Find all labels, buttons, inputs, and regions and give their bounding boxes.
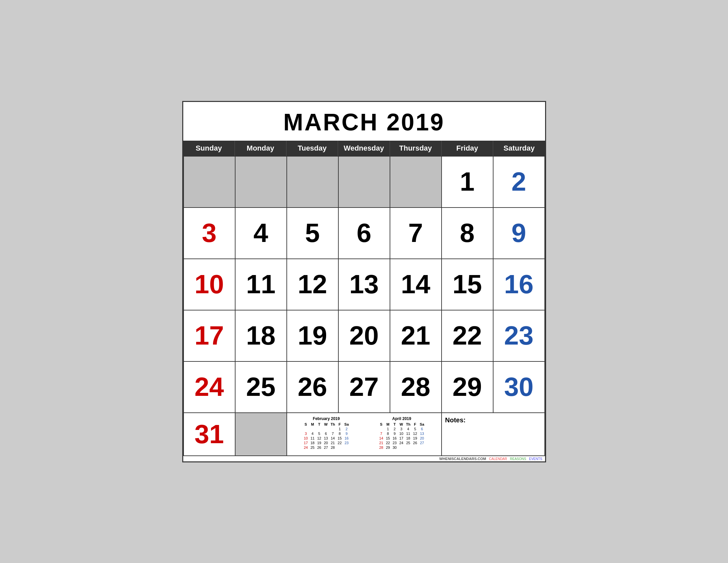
- mini-apr-h-s: S: [378, 422, 384, 427]
- cell-9: 9: [493, 208, 545, 259]
- day-7: 7: [408, 220, 423, 246]
- mini-apr-h-f: F: [412, 422, 418, 427]
- day-28: 28: [401, 374, 430, 400]
- mini-feb-h-s: S: [302, 422, 309, 427]
- day-25: 25: [246, 374, 276, 400]
- cell-14: 14: [390, 259, 442, 311]
- day-11: 11: [246, 271, 276, 298]
- watermark: WHENISCALENDARS.COM CALENDAR REASONS EVE…: [183, 456, 545, 461]
- day-1: 1: [460, 168, 475, 195]
- cell-30: 30: [493, 362, 545, 413]
- day-9: 9: [511, 220, 526, 246]
- cell-empty-4: [339, 156, 390, 208]
- day-13: 13: [349, 271, 379, 298]
- mini-apr-h-w: W: [398, 422, 405, 427]
- cell-6: 6: [339, 208, 390, 259]
- watermark-reasons: REASONS: [510, 457, 526, 461]
- day-10: 10: [194, 271, 224, 298]
- calendar: MARCH 2019 Sunday Monday Tuesday Wednesd…: [182, 101, 546, 462]
- notes-section: Notes:: [442, 413, 545, 456]
- cell-15: 15: [442, 259, 493, 311]
- mini-apr-h-m: M: [385, 422, 391, 427]
- cell-24: 24: [184, 362, 236, 413]
- day-29: 29: [452, 374, 482, 400]
- cell-empty-5: [390, 156, 442, 208]
- cell-empty-1: [184, 156, 236, 208]
- mini-feb-h-f: F: [336, 422, 343, 427]
- day-23: 23: [504, 323, 534, 349]
- cell-29: 29: [442, 362, 493, 413]
- day-21: 21: [401, 323, 430, 349]
- cell-12: 12: [287, 259, 339, 311]
- cell-10: 10: [184, 259, 236, 311]
- cell-13: 13: [339, 259, 390, 311]
- day-19: 19: [298, 323, 327, 349]
- cell-16: 16: [493, 259, 545, 311]
- cell-18: 18: [236, 311, 287, 362]
- day-17: 17: [194, 323, 224, 349]
- mini-feb-h-w: W: [322, 422, 329, 427]
- cell-21: 21: [390, 311, 442, 362]
- day-8: 8: [460, 220, 475, 246]
- header-saturday: Saturday: [493, 141, 545, 156]
- notes-label: Notes:: [445, 416, 541, 424]
- day-18: 18: [246, 323, 276, 349]
- day-5: 5: [305, 220, 320, 246]
- mini-cal-apr-table: S M T W Th F Sa 1 2 3 4 5: [378, 422, 425, 450]
- day-22: 22: [452, 323, 482, 349]
- cell-17: 17: [184, 311, 236, 362]
- watermark-cal: CALENDAR: [489, 457, 507, 461]
- cell-7: 7: [390, 208, 442, 259]
- day-4: 4: [253, 220, 268, 246]
- cell-25: 25: [236, 362, 287, 413]
- day-15: 15: [452, 271, 482, 298]
- header-sunday: Sunday: [183, 141, 235, 156]
- cell-23: 23: [493, 311, 545, 362]
- cell-22: 22: [442, 311, 493, 362]
- cell-20: 20: [339, 311, 390, 362]
- mini-apr-h-th: Th: [405, 422, 411, 427]
- header-monday: Monday: [235, 141, 286, 156]
- cell-28: 28: [390, 362, 442, 413]
- day-12: 12: [298, 271, 327, 298]
- mini-cal-feb-table: S M T W Th F Sa 1: [302, 422, 350, 450]
- mini-feb-h-t: T: [316, 422, 322, 427]
- day-24: 24: [194, 374, 224, 400]
- day-6: 6: [357, 220, 371, 246]
- mini-apr-h-sa: Sa: [418, 422, 425, 427]
- day-31: 31: [194, 421, 224, 448]
- mini-cal-apr: April 2019 S M T W Th F Sa 1 2: [378, 416, 425, 450]
- cell-1: 1: [442, 156, 493, 208]
- cell-2: 2: [493, 156, 545, 208]
- cell-4: 4: [236, 208, 287, 259]
- day-26: 26: [298, 374, 327, 400]
- cell-5: 5: [287, 208, 339, 259]
- mini-feb-h-m: M: [309, 422, 316, 427]
- watermark-events: EVENTS: [529, 457, 542, 461]
- day-14: 14: [401, 271, 430, 298]
- cell-empty-3: [287, 156, 339, 208]
- header-thursday: Thursday: [390, 141, 442, 156]
- day-27: 27: [349, 374, 379, 400]
- cell-26: 26: [287, 362, 339, 413]
- mini-cal-feb: February 2019 S M T W Th F Sa: [302, 416, 350, 450]
- cell-empty-2: [236, 156, 287, 208]
- header-wednesday: Wednesday: [338, 141, 390, 156]
- mini-apr-h-t: T: [391, 422, 398, 427]
- watermark-site: WHENISCALENDARS.COM: [439, 457, 486, 461]
- day-3: 3: [202, 220, 217, 246]
- day-16: 16: [504, 271, 534, 298]
- day-2: 2: [511, 168, 526, 195]
- mini-calendars: February 2019 S M T W Th F Sa: [287, 413, 442, 456]
- cell-8: 8: [442, 208, 493, 259]
- mini-cal-apr-title: April 2019: [378, 416, 425, 421]
- mini-feb-h-sa: Sa: [343, 422, 350, 427]
- cell-empty-last-mon: [236, 413, 287, 456]
- cell-11: 11: [236, 259, 287, 311]
- day-30: 30: [504, 374, 534, 400]
- day-20: 20: [349, 323, 379, 349]
- calendar-grid: 1 2 3 4 5 6 7 8 9 10 11: [183, 156, 545, 456]
- day-headers: Sunday Monday Tuesday Wednesday Thursday…: [183, 141, 545, 156]
- mini-feb-h-th: Th: [329, 422, 336, 427]
- mini-cal-feb-title: February 2019: [302, 416, 350, 421]
